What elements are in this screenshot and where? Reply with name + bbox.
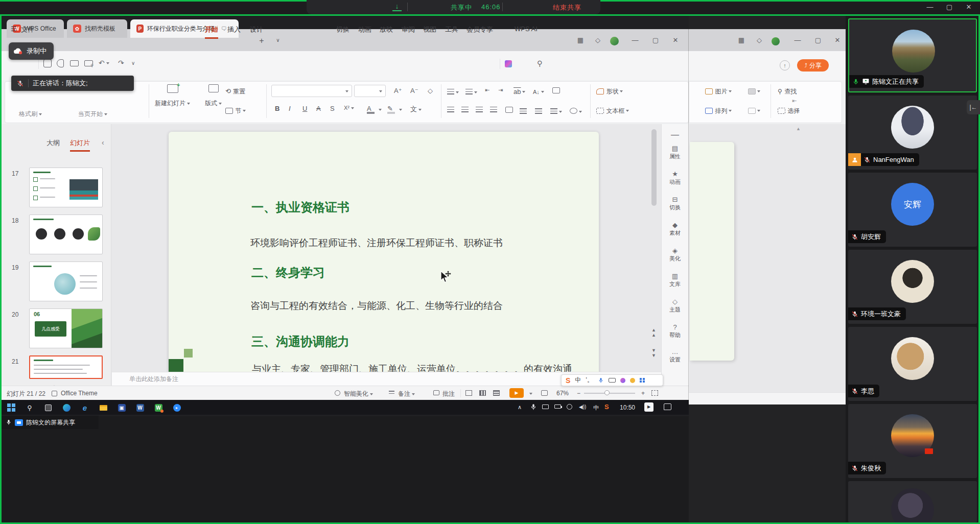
participant-tile-clipped[interactable] bbox=[848, 481, 977, 522]
participant-tile[interactable]: 朱俊秋 bbox=[848, 404, 977, 478]
menu-design[interactable]: 设计 bbox=[250, 25, 263, 34]
fit-window-icon[interactable] bbox=[541, 390, 548, 396]
slideshow-play-button[interactable]: ▶ bbox=[509, 388, 524, 398]
tray-expand-icon[interactable]: ∧ bbox=[518, 404, 522, 411]
slide-thumb-19[interactable] bbox=[29, 261, 103, 301]
redo-icon[interactable]: ↷ bbox=[118, 59, 124, 67]
menu-search-icon[interactable]: ⚲ bbox=[537, 59, 542, 67]
clear-format-icon[interactable]: ◇ bbox=[428, 87, 433, 94]
increase-indent-icon[interactable]: ⇥ bbox=[498, 87, 503, 93]
meeting-app-icon[interactable]: ▸ bbox=[171, 402, 182, 413]
bg-maximize-button[interactable]: ▢ bbox=[812, 36, 824, 44]
convert-smartart-icon[interactable] bbox=[552, 87, 560, 93]
normal-view-icon[interactable] bbox=[465, 390, 472, 396]
rail-properties[interactable]: ▤属性 bbox=[661, 145, 689, 160]
new-slide-button[interactable]: + 新建幻灯片 bbox=[155, 84, 190, 108]
word-icon[interactable]: W bbox=[134, 402, 146, 413]
align-text-button[interactable] bbox=[570, 107, 582, 116]
menu-insert[interactable]: 插入 bbox=[227, 25, 241, 34]
layout-button[interactable]: 版式 bbox=[205, 84, 222, 108]
phonetic-button[interactable]: 文 bbox=[410, 105, 422, 114]
font-size-select[interactable] bbox=[354, 85, 386, 97]
bold-button[interactable]: B bbox=[275, 105, 279, 112]
participant-tile[interactable]: NanFengWan bbox=[848, 96, 977, 170]
play-options-dropdown[interactable] bbox=[529, 393, 532, 395]
textbox-button[interactable]: 文本框 bbox=[596, 106, 629, 115]
fullscreen-icon[interactable] bbox=[651, 390, 658, 396]
reading-view-icon[interactable] bbox=[493, 390, 500, 396]
vertical-text-button[interactable]: A↓ bbox=[533, 87, 544, 96]
menu-transition[interactable]: 切换 bbox=[336, 25, 349, 34]
theme-name[interactable]: Office Theme bbox=[61, 390, 98, 397]
text-direction-button[interactable]: ab bbox=[514, 87, 525, 96]
bg-workspace-grid-icon[interactable]: ▦ bbox=[736, 36, 747, 44]
ime-punctuation[interactable]: ’。 bbox=[586, 376, 593, 385]
distribute-icon[interactable] bbox=[505, 107, 513, 113]
save-icon[interactable] bbox=[43, 59, 52, 67]
rail-settings[interactable]: …设置 bbox=[661, 348, 689, 364]
ide-app-icon[interactable]: ▣ bbox=[116, 402, 127, 413]
participant-tile[interactable]: 环境一班文豪 bbox=[848, 250, 977, 324]
bg-share-button[interactable]: ⤴分享 bbox=[797, 59, 829, 72]
toolbox-grid-icon[interactable] bbox=[640, 378, 645, 383]
media-play-tray-icon[interactable]: ▶ bbox=[644, 402, 654, 412]
edge-browser-icon[interactable] bbox=[61, 402, 72, 413]
participant-tile[interactable]: 李思 bbox=[848, 327, 977, 401]
zoom-in-button[interactable]: + bbox=[641, 390, 645, 397]
menu-review[interactable]: 审阅 bbox=[402, 25, 415, 34]
sogou-tray-icon[interactable]: S bbox=[604, 403, 609, 411]
smart-beautify-button[interactable]: 智能美化 bbox=[344, 390, 373, 398]
slide-sorter-icon[interactable] bbox=[479, 390, 486, 396]
rail-help[interactable]: ?帮助 bbox=[661, 323, 689, 339]
voice-input-icon[interactable] bbox=[598, 377, 604, 384]
print-preview-icon[interactable]: ⚲ bbox=[84, 60, 93, 66]
docer-mall-icon[interactable]: ◇ bbox=[592, 36, 603, 44]
tray-volume-icon[interactable]: ◀)) bbox=[579, 404, 586, 410]
align-left-icon[interactable] bbox=[447, 107, 454, 112]
superscript-button[interactable]: X² bbox=[344, 105, 354, 111]
clock[interactable]: 10:50 bbox=[620, 404, 635, 411]
align-right-icon[interactable] bbox=[476, 107, 483, 112]
download-icon[interactable]: ↓ bbox=[392, 2, 402, 11]
slide-thumb-20[interactable]: 06 几点感受 bbox=[29, 308, 103, 348]
shape-button[interactable]: 形状 bbox=[596, 86, 623, 96]
participant-tile[interactable]: 安辉 胡安辉 bbox=[848, 173, 977, 247]
font-name-select[interactable] bbox=[271, 85, 352, 97]
format-painter-button[interactable]: 格式刷 bbox=[19, 110, 42, 118]
tab-current-presentation[interactable]: P 环保行业职业分类与介绍-增加 🗨 bbox=[130, 19, 239, 38]
bg-cloud-upload-icon[interactable]: ↑ bbox=[780, 60, 790, 70]
menu-slideshow[interactable]: 放映 bbox=[380, 25, 393, 34]
font-color-button[interactable]: A bbox=[367, 104, 375, 114]
tab-docer-template[interactable]: ✿ 找稻壳模板 bbox=[67, 19, 127, 38]
slide-thumb-21-selected[interactable] bbox=[29, 355, 103, 379]
rail-library[interactable]: ▥文库 bbox=[661, 272, 689, 288]
select-button[interactable]: 选择 bbox=[778, 106, 800, 115]
italic-button[interactable]: I bbox=[289, 105, 291, 112]
section-button[interactable]: 节 bbox=[225, 106, 246, 115]
picture-button[interactable]: 图片 bbox=[705, 86, 732, 96]
zoom-slider-track[interactable] bbox=[584, 393, 635, 394]
menu-tools[interactable]: 工具 bbox=[445, 25, 458, 34]
vertical-scrollbar[interactable] bbox=[651, 129, 657, 206]
shadow-button[interactable]: S bbox=[330, 105, 335, 112]
menu-animation[interactable]: 动画 bbox=[358, 25, 371, 34]
file-explorer-icon[interactable] bbox=[98, 402, 109, 413]
spacing-options-button[interactable] bbox=[550, 107, 562, 116]
collapse-ribbon-icon[interactable]: ⇤ bbox=[792, 98, 797, 104]
tab-list-button[interactable]: ∨ bbox=[272, 37, 284, 43]
para-spacing-button[interactable] bbox=[535, 107, 542, 116]
menu-file[interactable]: 文件 bbox=[21, 25, 34, 34]
participant-tile[interactable]: 陈锦文正在共享 bbox=[848, 18, 977, 92]
slide-thumb-18[interactable] bbox=[29, 215, 103, 254]
task-view-icon[interactable] bbox=[42, 402, 54, 413]
panel-collapse-icon[interactable]: ‹ bbox=[102, 138, 104, 147]
menu-wps-ai[interactable]: WPS AI bbox=[515, 25, 538, 33]
justify-icon[interactable] bbox=[490, 107, 497, 112]
next-slide-button[interactable]: ▼▼ bbox=[651, 348, 656, 358]
close-button[interactable]: ✕ bbox=[670, 36, 681, 44]
ime-indicator[interactable]: 中 bbox=[593, 404, 599, 412]
bg-minimize-button[interactable]: — bbox=[792, 36, 803, 44]
notification-center-icon[interactable] bbox=[664, 403, 671, 410]
new-tab-button[interactable]: + bbox=[256, 36, 267, 45]
zoom-slider-thumb[interactable] bbox=[604, 390, 610, 395]
